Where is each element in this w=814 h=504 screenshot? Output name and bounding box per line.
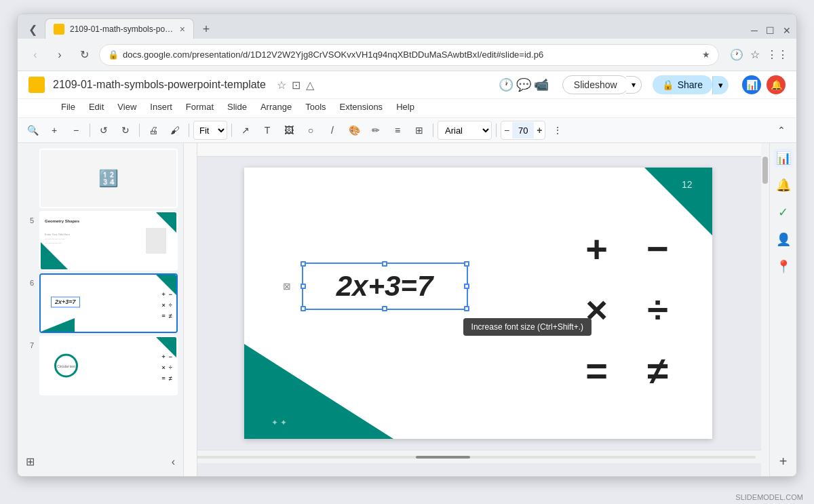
text-button[interactable]: T [258,121,277,140]
slide-thumb-5[interactable]: 5 Geometry Shapes Enter Your Title Here … [23,211,178,271]
notification-icon[interactable]: 🔔 [767,75,786,94]
slide-canvas[interactable]: ✦ ✦ 12 [244,168,712,439]
menu-format[interactable]: Format [180,99,219,115]
add-addon-button[interactable]: + [774,452,793,471]
font-family-select[interactable]: Arial [438,121,492,140]
image-button[interactable]: 🖼 [279,121,298,140]
menu-help[interactable]: Help [391,99,420,115]
line-button[interactable]: / [323,121,342,140]
menu-tools[interactable]: Tools [300,99,331,115]
history-icon[interactable]: 🕐 [730,48,743,61]
align-button[interactable]: ≡ [388,121,407,140]
sidebar-icon-notifications[interactable]: 🔔 [774,176,793,195]
sheets-icon[interactable]: 📊 [742,75,761,94]
handle-top-right[interactable] [464,261,469,267]
menu-arrange[interactable]: Arrange [255,99,297,115]
tab-list-button[interactable]: ❮ [23,20,42,39]
zoom-in-button[interactable]: + [45,121,64,140]
font-size-decrease-button[interactable]: − [503,125,511,136]
maximize-button[interactable]: ☐ [766,25,775,36]
search-toolbar-button[interactable]: 🔍 [23,121,42,140]
star-icon[interactable]: ☆ [277,79,286,92]
share-dropdown-button[interactable]: ▾ [712,76,729,94]
handle-top-center[interactable] [382,261,387,267]
brand-footer: SLIDEMODEL.COM [0,490,814,504]
slide-thumb-4[interactable]: 🔢 [23,149,178,208]
app-title: 2109-01-math-symbols-powerpoint-template [53,79,266,91]
cursor-button[interactable]: ↗ [236,121,255,140]
slideshow-button[interactable]: Slideshow [562,75,629,94]
menu-insert[interactable]: Insert [144,99,178,115]
slide-thumb-7[interactable]: 7 Circular text + −× ÷= ≠ [23,336,178,395]
horizontal-scrollbar[interactable] [184,450,761,463]
paintformat-button[interactable]: 🖌 [166,121,185,140]
sidebar-icon-tasks[interactable]: ✓ [774,203,793,222]
panel-bottom-controls: ⊞ ‹ [23,452,178,471]
shapes-button[interactable]: ○ [301,121,320,140]
close-button[interactable]: ✕ [783,25,791,36]
font-size-input[interactable] [512,122,534,138]
slide-preview-7[interactable]: Circular text + −× ÷= ≠ [39,336,178,395]
reload-button[interactable]: ↻ [75,48,94,61]
redo-button[interactable]: ↻ [116,121,135,140]
cloud-icon[interactable]: ⊡ [292,79,301,92]
slideshow-dropdown-button[interactable]: ▾ [626,76,642,94]
collapse-toolbar-button[interactable]: ⌃ [772,121,791,140]
sidebar-icon-profile[interactable]: 👤 [774,230,793,249]
back-button[interactable]: ‹ [26,49,45,61]
zoom-select[interactable]: Fit [193,121,227,140]
comment-icon[interactable]: 💬 [516,77,531,92]
forward-button[interactable]: › [50,49,69,61]
slide5-lines: Enter Your Title Here — — — — — — — — — … [45,233,70,245]
equation-textbox[interactable]: ⊠ 2x+3=7 [302,263,468,310]
sidebar-icon-sheets[interactable]: 📊 [774,149,793,168]
menu-slide[interactable]: Slide [222,99,252,115]
menu-file[interactable]: File [56,99,81,115]
scroll-thumb-h[interactable] [416,456,470,459]
present-icon[interactable]: 📹 [534,77,549,92]
table-button[interactable]: ⊞ [410,121,429,140]
undo-button[interactable]: ↺ [94,121,113,140]
font-size-increase-button[interactable]: + [535,125,543,136]
slide-preview-4[interactable]: 🔢 [39,149,178,208]
slides-panel: 🔢 5 Geometry Shapes Enter Your Title Her… [18,143,184,476]
print-button[interactable]: 🖨 [144,121,163,140]
vertical-scrollbar[interactable] [761,143,769,476]
drive-icon[interactable]: △ [306,79,314,92]
bookmark-icon[interactable]: ☆ [750,48,760,61]
pen-button[interactable]: ✏ [366,121,385,140]
scroll-thumb-v[interactable] [762,157,768,184]
handle-middle-left[interactable] [301,284,306,289]
slide6-equation: 2x+3=7 [51,296,80,307]
handle-middle-right[interactable] [464,284,469,289]
new-tab-button[interactable]: + [197,20,216,39]
menu-extensions[interactable]: Extensions [334,99,389,115]
tab-close-button[interactable]: × [180,24,185,35]
slide-thumb-6[interactable]: 6 2x+3=7 + −× ÷= ≠ [23,273,178,333]
handle-bottom-right[interactable] [464,306,469,311]
sidebar-add-button[interactable]: + [774,452,793,471]
menu-edit[interactable]: Edit [83,99,109,115]
apps-icon[interactable]: ⋮⋮ [767,48,788,61]
more-options-button[interactable]: ⋮ [548,121,567,140]
grid-view-button[interactable]: ⊞ [26,455,35,468]
menu-view[interactable]: View [112,99,142,115]
handle-bottom-center[interactable] [382,306,387,311]
share-label: Share [678,79,703,90]
slide-preview-6[interactable]: 2x+3=7 + −× ÷= ≠ [39,273,178,333]
collapse-panel-button[interactable]: ‹ [172,456,175,468]
teal-decoration-bottom: ✦ ✦ [244,344,393,439]
url-input[interactable]: 🔒 docs.google.com/presentation/d/1D12V2W… [99,44,719,66]
fill-button[interactable]: 🎨 [345,121,364,140]
handle-top-left[interactable] [301,261,306,267]
collapse-button[interactable]: ⌃ [772,121,791,140]
share-button[interactable]: 🔒 Share [653,75,712,94]
minimize-button[interactable]: ─ [751,25,758,36]
history-icon[interactable]: 🕐 [499,77,513,92]
slide-preview-5[interactable]: Geometry Shapes Enter Your Title Here — … [39,211,178,271]
sidebar-icon-maps[interactable]: 📍 [774,257,793,276]
active-tab[interactable]: 2109-01-math-symbols-powe... × [45,18,194,39]
handle-bottom-left[interactable] [301,306,306,311]
tab-bar: ❮ 2109-01-math-symbols-powe... × + ─ ☐ ✕ [18,14,796,39]
zoom-out-button[interactable]: − [66,121,85,140]
